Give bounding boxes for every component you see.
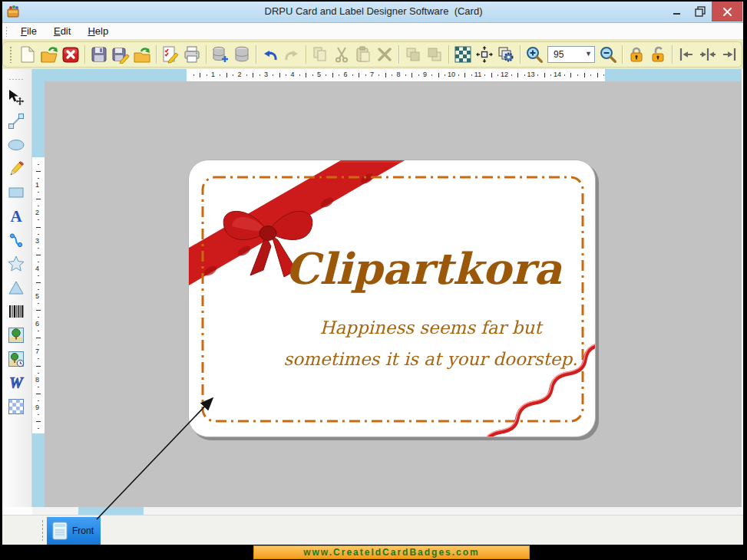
align-right-icon <box>720 45 739 64</box>
line-tool-button[interactable] <box>2 109 30 133</box>
menu-bar: File Edit Help <box>0 23 747 40</box>
card-subtitle-text[interactable]: Happiness seems far but sometimes it is … <box>262 312 596 375</box>
delete-icon <box>375 45 394 64</box>
save-button[interactable] <box>88 43 110 66</box>
delete-button[interactable] <box>374 43 395 66</box>
paste-button[interactable] <box>352 43 374 66</box>
align-center-button[interactable] <box>697 43 719 66</box>
toolbar-separator <box>622 45 623 64</box>
horizontal-scrollbar[interactable] <box>32 507 742 515</box>
restore-button[interactable] <box>689 2 712 21</box>
database-icon <box>233 45 251 64</box>
grid-icon <box>454 45 472 64</box>
zoom-in-icon <box>525 45 544 64</box>
bring-to-front-button[interactable] <box>402 43 424 66</box>
bring-to-front-icon <box>404 45 422 64</box>
toolbar-grip[interactable] <box>9 46 12 63</box>
close-button[interactable] <box>712 2 742 21</box>
card-title-text[interactable]: Clipartkora <box>250 243 596 294</box>
save-as-button[interactable] <box>110 43 131 66</box>
horizontal-ruler: 1234567891011121314 <box>32 69 742 81</box>
pattern-tool-button[interactable] <box>2 394 30 418</box>
object-settings-button[interactable] <box>495 43 517 66</box>
toolbar-separator <box>398 45 399 64</box>
menu-grip[interactable] <box>5 26 8 37</box>
tab-front-label: Front <box>72 525 94 536</box>
align-left-icon <box>677 45 696 64</box>
zoom-out-button[interactable] <box>597 43 619 66</box>
horizontal-scrollbar-thumb[interactable] <box>78 507 144 515</box>
fit-to-window-button[interactable] <box>474 43 495 66</box>
tab-bar-grip[interactable] <box>41 519 44 541</box>
image-tool-button[interactable] <box>2 323 30 347</box>
barcode-tool-button[interactable] <box>2 299 30 323</box>
palette-grip[interactable] <box>8 78 24 81</box>
wordart-tool-button[interactable]: W <box>2 371 30 394</box>
rectangle-tool-button[interactable] <box>2 180 30 204</box>
toolbar-separator <box>84 45 85 64</box>
print-icon <box>183 45 201 64</box>
card-subtitle-line1: Happiness seems far but <box>262 312 596 344</box>
select-tool-button[interactable] <box>2 85 30 109</box>
cut-button[interactable] <box>331 43 352 66</box>
redo-button[interactable] <box>281 43 302 66</box>
menu-edit[interactable]: Edit <box>45 23 79 39</box>
database-add-button[interactable] <box>210 43 231 66</box>
open-icon <box>40 45 58 64</box>
export-button[interactable] <box>131 43 153 66</box>
curve-icon <box>7 231 25 249</box>
curve-tool-button[interactable] <box>2 228 30 252</box>
align-right-button[interactable] <box>719 43 740 66</box>
toolbar: 95▼ <box>0 40 747 69</box>
v-ruler-active: 123456789 <box>32 157 45 433</box>
zoom-in-button[interactable] <box>524 43 545 66</box>
design-canvas[interactable]: Clipartkora Happiness seems far but some… <box>45 81 742 507</box>
app-window: DRPU Card and Label Designer Software (C… <box>0 0 747 560</box>
pencil-tool-button[interactable] <box>2 156 30 180</box>
tab-front[interactable]: Front <box>47 517 101 545</box>
copy-button[interactable] <box>309 43 331 66</box>
open-button[interactable] <box>38 43 60 66</box>
print-button[interactable] <box>181 43 203 66</box>
new-button[interactable] <box>17 43 38 66</box>
ellipse-tool-button[interactable] <box>2 133 30 156</box>
title-bar[interactable]: DRPU Card and Label Designer Software (C… <box>0 0 747 23</box>
star-tool-button[interactable] <box>2 252 30 275</box>
text-tool-button[interactable]: A <box>2 204 30 228</box>
database-button[interactable] <box>231 43 253 66</box>
new-icon <box>18 45 37 64</box>
minimize-button[interactable] <box>666 2 689 21</box>
image-time-tool-button[interactable] <box>2 347 30 371</box>
barcode-icon <box>7 302 25 321</box>
card-design[interactable]: Clipartkora Happiness seems far but some… <box>188 160 596 437</box>
lock-button[interactable] <box>626 43 647 66</box>
rectangle-icon <box>7 183 25 202</box>
align-left-button[interactable] <box>676 43 697 66</box>
triangle-tool-button[interactable] <box>2 275 30 299</box>
watermark-banner[interactable]: www.CreateIdCardBadges.com <box>253 545 530 559</box>
toolbar-separator <box>256 45 256 64</box>
lock-icon <box>627 45 646 64</box>
undo-button[interactable] <box>259 43 281 66</box>
close-icon <box>722 7 732 17</box>
image-time-icon <box>7 350 25 368</box>
svg-text:W: W <box>9 374 24 390</box>
card-subtitle-line2: sometimes it is at your doorstep. <box>262 344 596 375</box>
close-file-button[interactable] <box>60 43 81 66</box>
fit-to-window-icon <box>475 45 494 64</box>
ellipse-icon <box>7 136 25 154</box>
line-icon <box>7 112 25 130</box>
wordart-icon: W <box>7 374 25 392</box>
unlock-icon <box>649 45 667 64</box>
window-frame <box>0 0 747 2</box>
send-to-back-button[interactable] <box>424 43 445 66</box>
grid-button[interactable] <box>452 43 474 66</box>
toolbar-separator <box>156 45 157 64</box>
edit-page-button[interactable] <box>160 43 181 66</box>
toolbar-separator <box>206 45 207 64</box>
zoom-level-combobox[interactable]: 95▼ <box>547 46 595 63</box>
unlock-button[interactable] <box>647 43 669 66</box>
toolbar-separator <box>306 45 306 64</box>
menu-help[interactable]: Help <box>79 23 117 39</box>
menu-file[interactable]: File <box>12 23 45 39</box>
